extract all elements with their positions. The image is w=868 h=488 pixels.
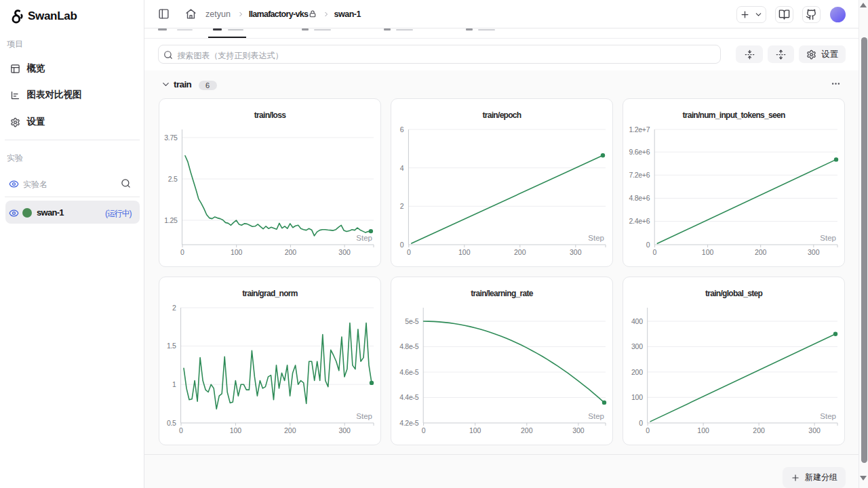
svg-text:100: 100: [702, 248, 714, 256]
svg-text:300: 300: [808, 248, 820, 256]
svg-text:2.5: 2.5: [168, 175, 178, 183]
svg-text:1.2e+7: 1.2e+7: [629, 125, 650, 134]
svg-text:Step: Step: [588, 412, 604, 420]
svg-text:0: 0: [639, 419, 643, 427]
svg-text:4.4e-5: 4.4e-5: [399, 393, 418, 401]
svg-text:2: 2: [172, 304, 176, 312]
svg-text:300: 300: [572, 426, 585, 434]
svg-text:200: 200: [521, 426, 533, 434]
svg-text:Step: Step: [356, 234, 372, 242]
svg-text:0: 0: [400, 241, 404, 249]
svg-text:3.75: 3.75: [164, 134, 178, 142]
svg-text:5e-5: 5e-5: [405, 317, 418, 325]
svg-text:0: 0: [179, 426, 183, 434]
svg-text:300: 300: [338, 248, 351, 256]
svg-text:9.6e+6: 9.6e+6: [629, 148, 650, 156]
svg-text:200: 200: [753, 426, 765, 434]
svg-text:4.8e-5: 4.8e-5: [399, 342, 418, 350]
svg-text:0: 0: [646, 426, 650, 434]
svg-text:1: 1: [172, 380, 176, 388]
svg-text:300: 300: [338, 426, 351, 434]
svg-text:Step: Step: [820, 412, 836, 420]
svg-text:7.2e+6: 7.2e+6: [629, 171, 650, 179]
svg-text:200: 200: [755, 248, 767, 256]
svg-text:0: 0: [646, 241, 650, 249]
svg-text:100: 100: [230, 426, 242, 434]
svg-text:200: 200: [514, 248, 526, 256]
svg-text:1.25: 1.25: [164, 216, 178, 224]
svg-text:6: 6: [400, 125, 404, 134]
svg-text:2.4e+6: 2.4e+6: [629, 217, 650, 225]
svg-text:4.6e-5: 4.6e-5: [399, 368, 418, 376]
svg-text:Step: Step: [588, 234, 604, 242]
svg-text:4: 4: [400, 164, 404, 172]
svg-text:0: 0: [180, 248, 184, 256]
svg-text:200: 200: [631, 368, 643, 376]
svg-text:2: 2: [400, 202, 404, 210]
svg-text:0: 0: [422, 426, 426, 434]
svg-text:100: 100: [631, 393, 643, 401]
svg-text:Step: Step: [356, 412, 372, 420]
svg-text:0: 0: [407, 248, 411, 256]
svg-text:Step: Step: [820, 234, 836, 242]
svg-text:4.2e-5: 4.2e-5: [399, 419, 418, 427]
svg-text:400: 400: [631, 317, 643, 325]
svg-text:300: 300: [808, 426, 821, 434]
svg-text:4.8e+6: 4.8e+6: [629, 194, 650, 202]
svg-text:300: 300: [631, 342, 643, 350]
svg-text:300: 300: [570, 248, 582, 256]
svg-text:100: 100: [231, 248, 243, 256]
svg-text:100: 100: [469, 426, 481, 434]
svg-text:200: 200: [285, 248, 297, 256]
svg-text:0.5: 0.5: [167, 419, 176, 427]
svg-text:100: 100: [697, 426, 709, 434]
svg-text:0: 0: [653, 248, 657, 256]
svg-text:1.5: 1.5: [167, 342, 176, 350]
svg-text:100: 100: [458, 248, 471, 256]
svg-text:200: 200: [284, 426, 296, 434]
